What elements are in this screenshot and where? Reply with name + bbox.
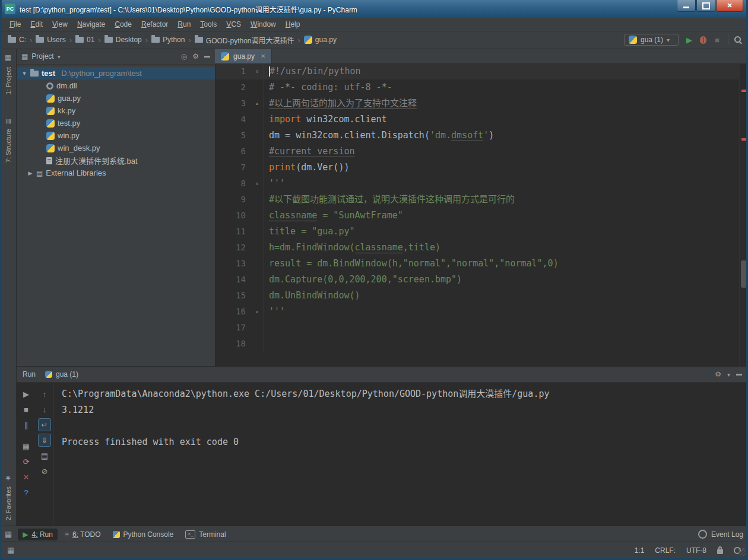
menu-item-vcs[interactable]: VCS (221, 19, 246, 30)
menu-item-window[interactable]: Window (246, 19, 281, 30)
tree-item-kk-py[interactable]: kk.py (17, 104, 215, 117)
clear-console-button[interactable]: ⊘ (38, 464, 51, 478)
debug-button[interactable] (700, 36, 706, 44)
scrollbar-thumb[interactable] (741, 260, 747, 288)
tree-item-gua-py[interactable]: gua.py (17, 92, 215, 104)
menu-item-tools[interactable]: Tools (195, 19, 221, 30)
stripe-item-7-structure[interactable]: 7: Structure≣ (0, 119, 16, 163)
help-button[interactable]: ? (20, 486, 33, 499)
restore-layout-button[interactable]: ▦ (20, 440, 33, 453)
code-line[interactable]: 9#以下截图功能测试通过，说明大漠插件这种调用方式是可行的 (215, 192, 740, 208)
code-line[interactable]: 2# -*- coding: utf-8 -*- (215, 79, 740, 96)
breadcrumb-item-python[interactable]: Python (150, 34, 186, 45)
hide-panel-button[interactable] (204, 56, 210, 58)
menu-item-run[interactable]: Run (173, 19, 195, 30)
code-line[interactable]: 8▿''' (215, 176, 740, 192)
code-line[interactable]: 18 (215, 336, 740, 352)
tree-item-external-libraries[interactable]: ▶▤External Libraries (17, 167, 215, 179)
code-line[interactable]: 5dm = win32com.client.Dispatch('dm.dmsof… (215, 128, 740, 144)
menu-item-file[interactable]: File (5, 19, 26, 30)
stripe-item-1-project[interactable]: 1: Project▦ (0, 55, 16, 94)
run-config-select[interactable]: gua (1) ▾ (624, 34, 679, 46)
print-button[interactable]: ▤ (38, 449, 51, 462)
chevron-down-icon[interactable]: ▾ (58, 53, 61, 60)
rerun-button[interactable]: ▶ (20, 387, 33, 400)
toolwindow-tab-6-todo[interactable]: ≡6: TODO (60, 529, 106, 540)
pause-output-button[interactable]: ∥ (20, 418, 33, 431)
settings-button[interactable]: ⚙ (192, 52, 199, 61)
menu-item-view[interactable]: View (47, 19, 72, 30)
code-line[interactable]: 3▵#以上两句话的加入为了支持中文注释 (215, 96, 740, 112)
file-encoding-widget[interactable]: UTF-8 (686, 546, 706, 555)
editor-scrollbar[interactable] (739, 63, 748, 366)
caret-position-widget[interactable]: 1:1 (635, 546, 645, 555)
tree-item-win-py[interactable]: win.py (17, 129, 215, 142)
breadcrumb-item-desktop[interactable]: Desktop (103, 34, 144, 45)
breadcrumb-item-good-python[interactable]: GOOD-python调用大漠插件 (193, 34, 296, 46)
toolwindow-tab-terminal[interactable]: >_Terminal (180, 529, 230, 540)
code-line[interactable]: 16▵''' (215, 304, 740, 320)
menu-item-refactor[interactable]: Refactor (137, 19, 173, 30)
line-separator-widget[interactable]: CRLF: (655, 546, 676, 555)
locate-button[interactable]: ◎ (181, 52, 187, 61)
code-line[interactable]: 14dm.Capture(0,0,200,200,"screen.bmp") (215, 272, 740, 288)
close-button[interactable]: ✕ (20, 470, 33, 483)
code-line[interactable]: 12h=dm.FindWindow(classname,title) (215, 240, 740, 256)
error-stripe-mark[interactable] (741, 138, 746, 141)
event-log-button[interactable]: Event Log (698, 530, 743, 539)
breadcrumb-item-users[interactable]: Users (34, 34, 67, 45)
tree-item-bat[interactable]: 注册大漠插件到系统.bat (17, 154, 215, 167)
breadcrumb-item-gua-py[interactable]: gua.py (302, 34, 338, 45)
toolwindow-switcher-icon[interactable]: ▦ (5, 530, 12, 539)
code-line[interactable]: 13result = dm.BindWindow(h,"normal","nor… (215, 256, 740, 272)
code-line[interactable]: 1▿#!/usr/bin/python (215, 63, 740, 79)
menu-item-navigate[interactable]: Navigate (72, 19, 110, 30)
tree-item-test-py[interactable]: test.py (17, 117, 215, 129)
editor[interactable]: 1▿#!/usr/bin/python2# -*- coding: utf-8 … (215, 63, 740, 366)
close-button[interactable]: ✕ (716, 0, 743, 12)
menu-item-code[interactable]: Code (110, 19, 137, 30)
expanded-arrow-icon[interactable]: ▼ (21, 71, 27, 77)
close-tab-icon[interactable]: ✕ (261, 53, 265, 59)
run-tab[interactable]: gua (1) (42, 369, 82, 380)
collapsed-arrow-icon[interactable]: ▶ (27, 170, 33, 176)
fold-marker-icon[interactable]: ▿ (251, 176, 264, 192)
code-line[interactable]: 10classname = "SunAwtFrame" (215, 208, 740, 224)
fold-marker-icon[interactable]: ▿ (251, 63, 264, 79)
prev-occurrence-button[interactable]: ↑ (38, 387, 51, 400)
lock-icon[interactable] (717, 549, 723, 554)
stripe-item-2-favorites[interactable]: 2: Favorites★ (0, 474, 16, 520)
search-icon[interactable] (734, 36, 742, 44)
resize-grip[interactable] (738, 548, 746, 556)
stop-button[interactable]: ■ (712, 34, 722, 45)
settings-icon[interactable]: ⚙ (715, 370, 721, 378)
rerun-failed-button[interactable]: ⟳ (20, 455, 33, 468)
scroll-to-end-button[interactable]: ⇓ (38, 434, 51, 447)
code-line[interactable]: 11title = "gua.py" (215, 224, 740, 240)
tree-item-dm-dll[interactable]: dm.dll (17, 79, 215, 92)
toolwindow-tab-4-run[interactable]: ▶4: Run (18, 529, 58, 540)
editor-tab-gua-py[interactable]: gua.py ✕ (215, 49, 272, 63)
hide-panel-button[interactable] (736, 374, 742, 376)
toolwindow-tab-python-console[interactable]: Python Console (108, 529, 179, 540)
code-line[interactable]: 4import win32com.client (215, 112, 740, 128)
maximize-button[interactable] (696, 0, 715, 12)
code-line[interactable]: 7print(dm.Ver()) (215, 160, 740, 176)
tree-root-row[interactable]: ▼testD:\python_program\test (17, 67, 215, 79)
tree-item-win-desk-py[interactable]: win_desk.py (17, 142, 215, 154)
statusbar-window-icon[interactable]: ▦ (7, 546, 14, 555)
title-bar[interactable]: PC test [D:\python_program\test] - C:\Us… (0, 0, 748, 18)
error-stripe-mark[interactable] (741, 90, 746, 92)
code-line[interactable]: 17 (215, 320, 740, 336)
fold-marker-icon[interactable]: ▵ (251, 304, 264, 320)
code-line[interactable]: 6#current version (215, 144, 740, 160)
next-occurrence-button[interactable]: ↓ (38, 403, 51, 416)
run-button[interactable]: ▶ (684, 34, 695, 45)
breadcrumb-item-01[interactable]: 01 (74, 34, 96, 45)
console-output[interactable]: C:\ProgramData\Anaconda2\python.exe C:/U… (62, 386, 743, 526)
minimize-button[interactable] (677, 0, 696, 12)
stop-button[interactable]: ■ (20, 403, 33, 416)
menu-item-help[interactable]: Help (281, 19, 305, 30)
fold-marker-icon[interactable]: ▵ (251, 96, 264, 112)
soft-wrap-toggle[interactable]: ↵ (38, 418, 51, 431)
